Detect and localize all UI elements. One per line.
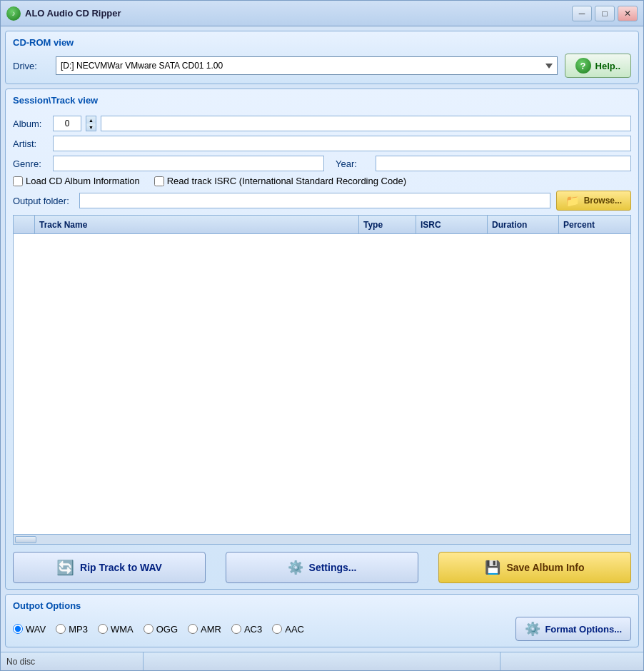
action-buttons-row: 🔄 Rip Track to WAV ⚙️ Settings... 💾 Save… — [13, 552, 631, 583]
window-title: ALO Audio CD Ripper — [25, 8, 572, 19]
session-section-title: Session\Track view — [13, 95, 631, 106]
format-options-button[interactable]: ⚙️ Format Options... — [515, 617, 631, 641]
checkbox-row: Load CD Album Information Read track ISR… — [13, 176, 631, 186]
title-bar-buttons: ─ □ ✕ — [572, 6, 638, 21]
folder-icon: 📁 — [565, 194, 580, 208]
artist-row: Artist: — [13, 136, 631, 151]
drive-select[interactable]: [D:] NECVMWar VMware SATA CD01 1.00 — [56, 56, 558, 75]
col-header-percent: Percent — [559, 216, 630, 233]
cdrom-row: Drive: [D:] NECVMWar VMware SATA CD01 1.… — [13, 54, 631, 78]
save-album-button[interactable]: 💾 Save Album Info — [438, 552, 631, 583]
track-table: Track Name Type ISRC Duration Percent — [13, 215, 631, 545]
drive-label: Drive: — [13, 61, 49, 71]
close-button[interactable]: ✕ — [618, 6, 638, 21]
format-options-gear-icon: ⚙️ — [525, 621, 540, 637]
output-options-title: Outpot Options — [13, 600, 631, 611]
output-folder-label: Output folder: — [13, 196, 74, 206]
format-amr[interactable]: AMR — [188, 624, 221, 635]
format-aac[interactable]: AAC — [272, 624, 304, 635]
table-header: Track Name Type ISRC Duration Percent — [14, 216, 630, 234]
table-body — [14, 234, 630, 534]
scrollbar-thumb[interactable] — [15, 536, 36, 543]
status-right — [500, 652, 643, 670]
radio-mp3[interactable] — [56, 624, 66, 634]
album-label: Album: — [13, 118, 49, 129]
settings-gear-icon: ⚙️ — [288, 560, 303, 575]
status-left: No disc — [1, 652, 144, 670]
title-bar: ♪ ALO Audio CD Ripper ─ □ ✕ — [1, 1, 643, 26]
album-spinner[interactable]: ▲ ▼ — [86, 116, 96, 131]
main-window: ♪ ALO Audio CD Ripper ─ □ ✕ CD-ROM view … — [0, 0, 644, 671]
status-bar: No disc — [1, 652, 643, 670]
radio-ogg[interactable] — [144, 624, 154, 634]
radio-ac3[interactable] — [231, 624, 241, 634]
load-cd-checkbox[interactable] — [13, 176, 23, 186]
output-folder-input[interactable] — [79, 193, 550, 208]
radio-aac[interactable] — [272, 624, 282, 634]
col-header-check — [14, 216, 35, 233]
settings-button[interactable]: ⚙️ Settings... — [226, 552, 418, 583]
spin-down-button[interactable]: ▼ — [86, 123, 96, 131]
window-body: CD-ROM view Drive: [D:] NECVMWar VMware … — [1, 26, 643, 652]
help-icon: ? — [575, 58, 591, 74]
cdrom-section: CD-ROM view Drive: [D:] NECVMWar VMware … — [5, 31, 639, 84]
artist-input[interactable] — [53, 136, 631, 151]
format-wav[interactable]: WAV — [13, 624, 46, 635]
format-ogg[interactable]: OGG — [144, 624, 178, 635]
col-header-type: Type — [359, 216, 416, 233]
read-isrc-checkbox[interactable] — [154, 176, 164, 186]
output-options-section: Outpot Options WAV MP3 WMA OGG — [5, 594, 639, 647]
genre-year-row: Genre: Year: — [13, 156, 631, 171]
browse-button[interactable]: 📁 Browse... — [556, 191, 631, 211]
year-input[interactable] — [376, 156, 631, 171]
radio-wma[interactable] — [98, 624, 108, 634]
year-label: Year: — [336, 158, 371, 169]
album-number-input[interactable] — [53, 116, 81, 131]
maximize-button[interactable]: □ — [595, 6, 615, 21]
cdrom-section-title: CD-ROM view — [13, 37, 631, 48]
genre-input[interactable] — [53, 156, 324, 171]
format-ac3[interactable]: AC3 — [231, 624, 262, 635]
radio-wav[interactable] — [13, 624, 23, 634]
minimize-button[interactable]: ─ — [572, 6, 592, 21]
format-wma[interactable]: WMA — [98, 624, 134, 635]
app-icon: ♪ — [6, 6, 21, 21]
spin-up-button[interactable]: ▲ — [86, 116, 96, 123]
radio-amr[interactable] — [188, 624, 198, 634]
col-header-duration: Duration — [488, 216, 559, 233]
read-isrc-label: Read track ISRC (International Standard … — [167, 176, 406, 186]
album-row: Album: ▲ ▼ — [13, 116, 631, 131]
col-header-isrc: ISRC — [416, 216, 488, 233]
col-header-track-name: Track Name — [35, 216, 359, 233]
album-title-input[interactable] — [101, 116, 631, 131]
rip-button[interactable]: 🔄 Rip Track to WAV — [13, 552, 206, 583]
session-section: Session\Track view Album: ▲ ▼ Artist: Ge… — [5, 89, 639, 590]
artist-label: Artist: — [13, 138, 49, 149]
output-folder-row: Output folder: 📁 Browse... — [13, 191, 631, 211]
genre-label: Genre: — [13, 158, 49, 169]
format-radio-row: WAV MP3 WMA OGG AMR — [13, 617, 631, 641]
load-cd-label: Load CD Album Information — [26, 176, 140, 186]
format-mp3[interactable]: MP3 — [56, 624, 88, 635]
status-middle — [144, 652, 500, 670]
read-isrc-checkbox-item[interactable]: Read track ISRC (International Standard … — [154, 176, 406, 186]
save-icon: 💾 — [485, 560, 500, 575]
rip-icon: 🔄 — [56, 559, 74, 576]
help-button[interactable]: ? Help.. — [565, 54, 631, 78]
load-cd-checkbox-item[interactable]: Load CD Album Information — [13, 176, 140, 186]
horizontal-scrollbar[interactable] — [14, 534, 630, 544]
